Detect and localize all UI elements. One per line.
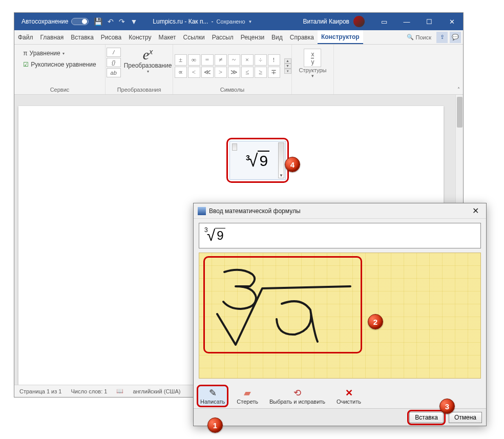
symbol-times[interactable]: ×	[241, 54, 254, 66]
symbols-more-button[interactable]: ▾	[284, 69, 291, 74]
tab-home[interactable]: Главная	[37, 30, 68, 44]
saved-status: Сохранено	[216, 18, 245, 25]
symbol-neq[interactable]: ≠	[215, 54, 227, 66]
document-title-area: Lumpics.ru - Как п... - Сохранено ▼	[153, 18, 252, 25]
tab-layout[interactable]: Макет	[155, 30, 180, 44]
select-correct-tool[interactable]: ⟲ Выбрать и исправить	[266, 386, 328, 406]
dialog-close-button[interactable]: ✕	[469, 206, 482, 216]
symbol-prop[interactable]: ∝	[175, 67, 187, 78]
symbol-fact[interactable]: !	[268, 54, 280, 66]
tab-insert[interactable]: Вставка	[67, 30, 97, 44]
symbol-tilde[interactable]: ~	[228, 54, 240, 66]
autosave-switch[interactable]	[71, 18, 89, 25]
symbol-ge[interactable]: ≥	[255, 67, 267, 78]
autosave-toggle[interactable]: Автосохранение	[22, 18, 89, 25]
symbols-grid: ± ∞ = ≠ ~ × ÷ ! ∝ < ≪ > ≫ ≤ ≥ ∓	[174, 53, 281, 79]
conv-braces-button[interactable]: {}	[107, 58, 121, 67]
tab-view[interactable]: Вид	[268, 30, 286, 44]
pen-icon: ✎	[206, 387, 219, 399]
symbols-up-button[interactable]: ▲	[284, 58, 291, 64]
qat-dropdown-icon[interactable]: ▼	[130, 17, 137, 26]
close-button[interactable]: ✕	[440, 13, 463, 30]
minimize-button[interactable]: —	[395, 13, 418, 30]
avatar[interactable]	[353, 16, 365, 27]
chevron-down-icon: ▾	[62, 51, 65, 56]
group-symbols: ± ∞ = ≠ ~ × ÷ ! ∝ < ≪ > ≫ ≤ ≥ ∓	[173, 45, 292, 94]
symbol-div[interactable]: ÷	[255, 54, 267, 66]
radicand: 9	[258, 151, 269, 170]
scrollbar-thumb[interactable]	[457, 97, 463, 128]
spellcheck-icon[interactable]: 📖	[116, 388, 123, 394]
write-tool[interactable]: ✎ Написать	[197, 385, 228, 407]
insert-button[interactable]: Вставка	[409, 412, 444, 423]
tab-review[interactable]: Рецензи	[237, 30, 268, 44]
search-box[interactable]: 🔍 Поиск	[407, 34, 431, 40]
share-button[interactable]: ⇪	[436, 32, 448, 43]
page-indicator[interactable]: Страница 1 из 1	[19, 388, 61, 394]
symbol-gt[interactable]: >	[215, 67, 227, 78]
clear-tool[interactable]: ✕ Очистить	[333, 386, 364, 406]
structures-button[interactable]: x y Структуры ▾	[299, 47, 327, 78]
word-count[interactable]: Число слов: 1	[71, 388, 107, 394]
tab-references[interactable]: Ссылки	[180, 30, 208, 44]
convert-label: Преобразование	[124, 62, 172, 69]
title-dropdown-icon[interactable]: ▼	[248, 19, 253, 24]
undo-icon[interactable]: ↶	[108, 17, 114, 26]
annotation-frame-3: Вставка	[407, 410, 446, 425]
user-name[interactable]: Виталий Каиров	[303, 18, 349, 25]
symbol-inf[interactable]: ∞	[188, 54, 200, 66]
equation-object[interactable]: ▼ 3 √ 9	[226, 138, 289, 183]
equation-move-handle[interactable]	[232, 143, 237, 151]
symbol-eq[interactable]: =	[201, 54, 214, 66]
collapse-ribbon-button[interactable]: ˄	[457, 87, 460, 92]
ink-equation-label: Рукописное уравнение	[31, 61, 96, 68]
ex-icon: ex	[143, 48, 153, 62]
comments-button[interactable]: 💬	[450, 32, 461, 43]
ribbon-tabs: Файл Главная Вставка Рисова Констру Маке…	[14, 30, 463, 45]
symbol-mp[interactable]: ∓	[268, 67, 280, 78]
titlebar: Автосохранение 💾 ↶ ↷ ▼ Lumpics.ru - Как …	[14, 13, 463, 30]
group-service-label: Сервис	[50, 85, 70, 94]
language-indicator[interactable]: английский (США)	[133, 388, 180, 394]
maximize-button[interactable]: ☐	[418, 13, 440, 30]
erase-tool[interactable]: ▰ Стереть	[234, 386, 261, 406]
chevron-down-icon: ▾	[147, 69, 149, 74]
group-conversions-label: Преобразования	[117, 85, 161, 94]
ink-equation-button[interactable]: ☑ Рукописное уравнение	[23, 60, 96, 69]
dialog-titlebar[interactable]: Ввод математической формулы ✕	[194, 203, 486, 219]
tab-file[interactable]: Файл	[14, 30, 37, 44]
tab-design[interactable]: Констру	[125, 30, 155, 44]
symbol-le[interactable]: ≤	[241, 67, 254, 78]
checkbox-icon: ☑	[23, 61, 29, 68]
symbol-lt[interactable]: <	[188, 67, 200, 78]
redo-icon[interactable]: ↷	[119, 17, 125, 26]
symbol-pm[interactable]: ±	[175, 54, 187, 66]
conv-text-button[interactable]: ab	[107, 68, 121, 77]
pi-icon: π	[23, 50, 27, 57]
equation-content: 3 √ 9	[246, 151, 269, 170]
tab-help[interactable]: Справка	[286, 30, 318, 44]
cancel-button[interactable]: Отмена	[449, 412, 482, 423]
tab-draw[interactable]: Рисова	[97, 30, 125, 44]
tab-equation-design[interactable]: Конструктор	[318, 30, 363, 44]
symbols-down-button[interactable]: ▼	[284, 64, 291, 69]
math-input-dialog: Ввод математической формулы ✕ 3 √ 9 ✎	[193, 203, 487, 426]
group-conversions: / {} ab ex Преобразование ▾ Преобразован…	[106, 45, 173, 94]
conv-fraction-button[interactable]: /	[107, 48, 121, 57]
symbol-mgt[interactable]: ≫	[228, 67, 240, 78]
chevron-down-icon: ▾	[311, 73, 314, 78]
convert-button[interactable]: ex Преобразование ▾	[124, 47, 172, 74]
math-panel-icon	[198, 207, 206, 215]
symbol-mlt[interactable]: ≪	[201, 67, 214, 78]
equation-button[interactable]: π Уравнение ▾	[23, 49, 96, 58]
save-icon[interactable]: 💾	[94, 17, 102, 26]
annotation-marker-1: 1	[207, 417, 223, 433]
equation-options-dropdown[interactable]: ▼	[278, 142, 284, 178]
ink-canvas[interactable]	[199, 253, 481, 379]
autosave-label: Автосохранение	[22, 18, 68, 25]
tab-mailings[interactable]: Рассыл	[208, 30, 237, 44]
ribbon-mode-button[interactable]: ▭	[373, 13, 395, 30]
equation-label: Уравнение	[30, 50, 60, 57]
handwritten-ink	[205, 258, 361, 352]
annotation-marker-3: 3	[439, 399, 455, 414]
